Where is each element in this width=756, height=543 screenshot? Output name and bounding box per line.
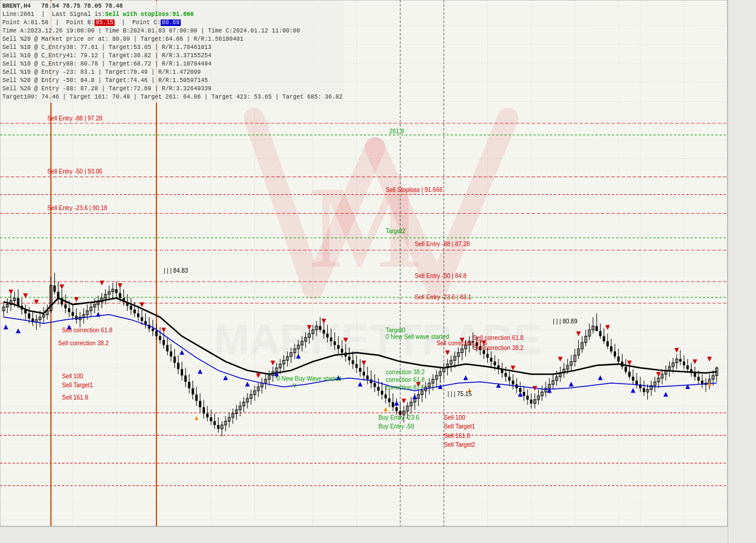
info-line-2: Point A:81.58 | Point B:95.15 | Point C:…	[2, 19, 343, 27]
time-axis	[0, 526, 728, 543]
chart-container: BRENT,H4 78.54 78.75 78.05 78.46 Line:26…	[0, 0, 756, 543]
info-overlay: BRENT,H4 78.54 78.75 78.05 78.46 Line:26…	[1, 1, 344, 103]
price-axis	[728, 0, 756, 543]
info-line-1: Line:2661 | Last Signal is:Sell with sto…	[2, 11, 343, 19]
info-line-11: Target100: 74.46 | Target 161: 70.49 | T…	[2, 93, 343, 102]
info-line-3: Time A:2023.12.26 19:00:00 | Time B:2024…	[2, 27, 343, 35]
info-line-6: Sell %10 @ C_Entry41: 79.12 | Target:36.…	[2, 52, 343, 60]
info-line-8: Sell %10 @ Entry -23: 83.1 | Target:70.4…	[2, 68, 343, 77]
info-line-4: Sell %20 @ Market price or at: 80.89 | T…	[2, 35, 343, 44]
info-line-5: Sell %10 @ C_Entry38: 77.61 | Target:53.…	[2, 44, 343, 52]
symbol-label: BRENT,H4 78.54 78.75 78.05 78.46	[2, 2, 343, 11]
info-line-7: Sell %10 @ C_Entry88: 80.78 | Target:68.…	[2, 60, 343, 68]
info-line-9: Sell %20 @ Entry -50: 84.8 | Target:74.4…	[2, 77, 343, 85]
info-line-10: Sell %20 @ Entry -88: 87.28 | Target:72.…	[2, 85, 343, 93]
